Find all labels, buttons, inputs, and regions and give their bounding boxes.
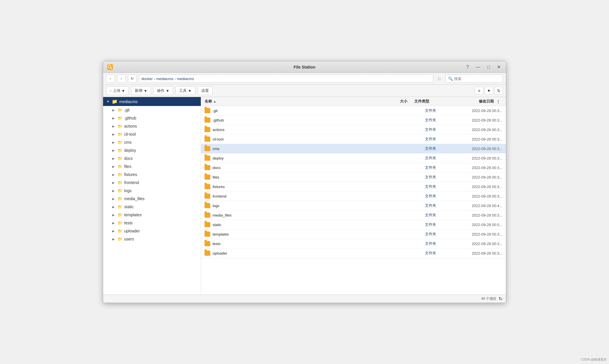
table-row[interactable]: cli-tool 文件夹 2022-09-28 00:3... bbox=[201, 134, 506, 144]
help-button[interactable]: ? bbox=[464, 64, 470, 70]
date-label: 修改日期 bbox=[479, 99, 494, 103]
upload-icon: ↑ bbox=[110, 89, 112, 93]
table-row[interactable]: frontend 文件夹 2022-09-28 00:3... bbox=[201, 192, 506, 201]
sidebar-item-deploy[interactable]: ▶ 📁 deploy bbox=[109, 146, 201, 154]
row-date: 2022-09-28 00:5... bbox=[445, 223, 502, 227]
sidebar-folder-icon: 📁 bbox=[112, 99, 118, 104]
action-label: 操作 bbox=[157, 88, 164, 93]
table-row[interactable]: cms 文件夹 2022-09-28 00:3... bbox=[201, 144, 506, 153]
row-name-label: cli-tool bbox=[213, 137, 224, 141]
row-name: .git bbox=[205, 108, 393, 113]
header-type[interactable]: 文件类型 bbox=[407, 99, 436, 104]
row-date: 2022-09-28 00:3... bbox=[445, 175, 502, 179]
forward-button[interactable]: › bbox=[117, 75, 126, 83]
sidebar-item-github[interactable]: ▶ 📁 .github bbox=[109, 114, 201, 122]
list-view-dropdown[interactable]: ▼ bbox=[485, 87, 493, 95]
sidebar-item-uploader[interactable]: ▶ 📁 uploader bbox=[109, 227, 201, 235]
address-bar[interactable]: docker › mediacms › mediacms bbox=[139, 75, 433, 83]
sidebar-item-mediacms[interactable]: ▼ 📁 mediacms bbox=[103, 97, 201, 106]
table-row[interactable]: media_files 文件夹 2022-09-28 00:3... bbox=[201, 211, 506, 220]
sidebar-item-static[interactable]: ▶ 📁 static bbox=[109, 203, 201, 211]
sidebar-item-tests[interactable]: ▶ 📁 tests bbox=[109, 219, 201, 227]
sidebar-folder-icon: 📁 bbox=[118, 140, 122, 145]
sidebar-folder-icon: 📁 bbox=[118, 148, 122, 153]
header-size[interactable]: 大小 bbox=[384, 99, 407, 104]
sidebar-folder-icon: 📁 bbox=[118, 164, 122, 169]
refresh-icon[interactable]: ↻ bbox=[499, 296, 502, 302]
header-more[interactable]: ⋮ bbox=[494, 99, 502, 104]
status-bar: 44 个项目 ↻ bbox=[103, 295, 506, 303]
row-name-label: files bbox=[213, 175, 219, 179]
sidebar-item-files[interactable]: ▶ 📁 files bbox=[109, 162, 201, 170]
table-row[interactable]: tests 文件夹 2022-09-28 00:3... bbox=[201, 239, 506, 249]
sidebar-folder-icon: 📁 bbox=[118, 221, 122, 225]
row-date: 2022-09-28 00:3... bbox=[445, 213, 502, 217]
refresh-button[interactable]: ↻ bbox=[128, 75, 137, 83]
row-date: 2022-09-28 00:3... bbox=[445, 251, 502, 255]
sidebar-item-logs[interactable]: ▶ 📁 logs bbox=[109, 187, 201, 195]
table-row[interactable]: .github 文件夹 2022-09-28 00:3... bbox=[201, 115, 506, 125]
row-name: deploy bbox=[205, 156, 393, 161]
sidebar-item-users[interactable]: ▶ 📁 users bbox=[109, 235, 201, 243]
chevron-right-icon: ▶ bbox=[112, 173, 116, 176]
row-date: 2022-09-28 00:3... bbox=[445, 232, 502, 236]
sidebar-folder-icon: 📁 bbox=[118, 172, 122, 177]
sidebar-item-frontend[interactable]: ▶ 📁 frontend bbox=[109, 179, 201, 187]
row-type: 文件夹 bbox=[416, 241, 445, 246]
back-button[interactable]: ‹ bbox=[106, 75, 115, 83]
sidebar-item-media-files[interactable]: ▶ 📁 media_files bbox=[109, 195, 201, 203]
row-name: media_files bbox=[205, 213, 393, 218]
action-button[interactable]: 操作 ▼ bbox=[153, 86, 173, 95]
row-date: 2022-09-28 00:3... bbox=[445, 185, 502, 189]
row-type: 文件夹 bbox=[416, 127, 445, 132]
sidebar-item-label: templates bbox=[124, 213, 142, 217]
sidebar-item-label: docs bbox=[124, 156, 133, 161]
table-row[interactable]: docs 文件夹 2022-09-28 00:3... bbox=[201, 163, 506, 172]
settings-button[interactable]: 设置 bbox=[198, 86, 213, 95]
sidebar-item-git[interactable]: ▶ 📁 .git bbox=[109, 106, 201, 114]
watermark-text: CSDN @杨浦老苏 bbox=[581, 358, 607, 361]
folder-icon bbox=[205, 108, 210, 113]
header-date[interactable]: 修改日期 bbox=[436, 99, 494, 104]
table-row[interactable]: actions 文件夹 2022-09-28 00:3... bbox=[201, 125, 506, 134]
sidebar-item-fixtures[interactable]: ▶ 📁 fixtures bbox=[109, 170, 201, 179]
star-icon: ☆ bbox=[437, 76, 441, 81]
row-type: 文件夹 bbox=[416, 213, 445, 218]
search-bar[interactable]: 🔍 bbox=[445, 75, 503, 83]
search-input[interactable] bbox=[454, 77, 500, 81]
table-row[interactable]: deploy 文件夹 2022-09-28 00:3... bbox=[201, 153, 506, 163]
header-name[interactable]: 名称 ▲ bbox=[205, 99, 384, 104]
minimize-button[interactable]: — bbox=[474, 64, 482, 70]
sidebar-item-templates[interactable]: ▶ 📁 templates bbox=[109, 211, 201, 219]
row-name: cli-tool bbox=[205, 136, 393, 142]
close-button[interactable]: ✕ bbox=[495, 64, 502, 70]
sidebar-item-docs[interactable]: ▶ 📁 docs bbox=[109, 154, 201, 162]
sidebar-item-cms[interactable]: ▶ 📁 cms bbox=[109, 138, 201, 146]
row-name: docs bbox=[205, 165, 393, 170]
table-row[interactable]: fixtures 文件夹 2022-09-28 00:3... bbox=[201, 182, 506, 192]
row-name: uploader bbox=[205, 251, 393, 256]
row-type: 文件夹 bbox=[416, 146, 445, 151]
address-part-2: mediacms bbox=[156, 77, 173, 81]
favorite-button[interactable]: ☆ bbox=[436, 75, 443, 82]
sidebar-folder-icon: 📁 bbox=[118, 108, 122, 112]
table-row[interactable]: files 文件夹 2022-09-28 00:3... bbox=[201, 172, 506, 182]
maximize-button[interactable]: □ bbox=[485, 64, 492, 70]
sort-button[interactable]: ⇅ bbox=[494, 87, 503, 95]
row-type: 文件夹 bbox=[416, 165, 445, 170]
table-row[interactable]: logs 文件夹 2022-09-28 00:4... bbox=[201, 201, 506, 211]
table-row[interactable]: static 文件夹 2022-09-28 00:5... bbox=[201, 220, 506, 230]
table-row[interactable]: .git 文件夹 2022-09-28 00:3... bbox=[201, 106, 506, 115]
row-type: 文件夹 bbox=[416, 117, 445, 123]
sidebar-item-clitool[interactable]: ▶ 📁 cli-tool bbox=[109, 130, 201, 138]
sidebar-item-actions[interactable]: ▶ 📁 actions bbox=[109, 122, 201, 130]
list-view-button[interactable]: ≡ bbox=[475, 87, 483, 95]
tools-button[interactable]: 工具 ▼ bbox=[175, 86, 195, 95]
sidebar-item-label: logs bbox=[124, 188, 132, 193]
upload-button[interactable]: ↑ 上传 ▼ bbox=[106, 86, 129, 95]
sidebar-item-label: users bbox=[124, 237, 134, 241]
new-button[interactable]: 新增 ▼ bbox=[131, 86, 151, 95]
table-row[interactable]: uploader 文件夹 2022-09-28 00:3... bbox=[201, 249, 506, 258]
folder-icon bbox=[205, 241, 210, 246]
table-row[interactable]: templates 文件夹 2022-09-28 00:3... bbox=[201, 230, 506, 239]
